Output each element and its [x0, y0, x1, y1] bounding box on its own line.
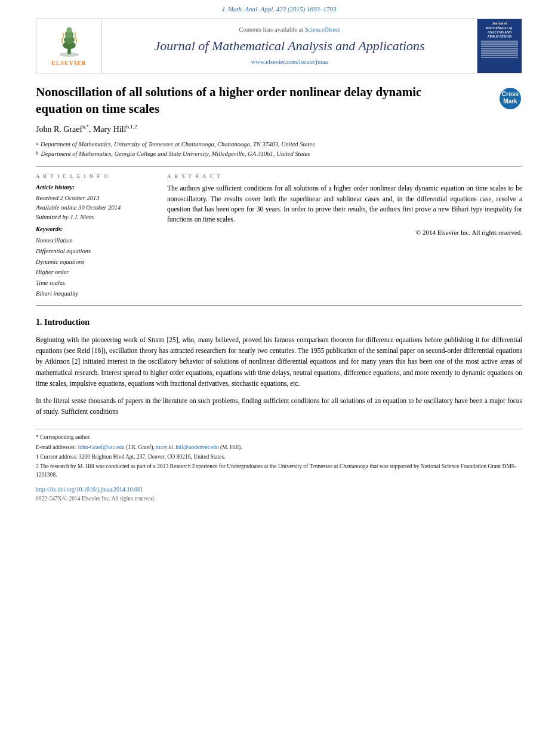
keyword-2: Differential equations: [36, 246, 155, 257]
cover-title: Journal ofMATHEMATICALANALYSIS ANDAPPLIC…: [486, 21, 514, 39]
keyword-5: Time scales: [36, 278, 155, 288]
issn-line: 0022-247X/© 2014 Elsevier Inc. All right…: [36, 495, 522, 503]
keyword-4: Higher order: [36, 267, 155, 278]
keywords-label: Keywords:: [36, 225, 155, 234]
elsevier-logo-area: ELSEVIER: [36, 19, 102, 73]
affil-line-b: b Department of Mathematics, Georgia Col…: [36, 149, 522, 159]
copyright-line: © 2014 Elsevier Inc. All rights reserved…: [167, 228, 522, 237]
email2-person: (M. Hill).: [220, 444, 242, 450]
journal-name: Journal of Mathematical Analysis and App…: [154, 37, 424, 56]
journal-title-area: Contents lists available at ScienceDirec…: [102, 19, 477, 73]
journal-reference: J. Math. Anal. Appl. 423 (2015) 1693–170…: [0, 0, 558, 16]
abstract-text: The authors give sufficient conditions f…: [167, 183, 522, 225]
main-content: Nonoscillation of all solutions of a hig…: [0, 73, 558, 509]
author2-name: , Mary Hill: [89, 125, 127, 134]
affiliations: a Department of Mathematics, University …: [36, 140, 522, 159]
email-line: E-mail addresses: John-Graef@utc.edu (J.…: [36, 443, 522, 451]
email-label: E-mail addresses:: [36, 444, 76, 450]
doi-area: http://dx.doi.org/10.1016/j.jmaa.2014.10…: [36, 485, 522, 503]
author2-super: b,1,2: [127, 124, 137, 130]
paper-title: Nonoscillation of all solutions of a hig…: [36, 84, 465, 117]
affil-b-super: b: [36, 149, 39, 159]
sciencedirect-link[interactable]: ScienceDirect: [305, 26, 340, 33]
article-history-label: Article history:: [36, 183, 155, 192]
affil-line-a: a Department of Mathematics, University …: [36, 140, 522, 149]
svg-text:Mark: Mark: [503, 98, 517, 105]
article-info-column: A R T I C L E I N F O Article history: R…: [36, 173, 155, 299]
email1-link[interactable]: John-Graef@utc.edu: [78, 444, 125, 450]
keyword-1: Nonoscillation: [36, 235, 155, 246]
doi-link[interactable]: http://dx.doi.org/10.1016/j.jmaa.2014.10…: [36, 485, 522, 494]
journal-header: ELSEVIER Contents lists available at Sci…: [36, 19, 522, 73]
footnote-area: * Corresponding author. E-mail addresses…: [36, 429, 522, 479]
authors-line: John R. Graefa,*, Mary Hillb,1,2: [36, 123, 522, 135]
keyword-3: Dynamic equations: [36, 257, 155, 268]
svg-point-5: [66, 27, 72, 33]
svg-text:Cross: Cross: [502, 91, 519, 97]
journal-url[interactable]: www.elsevier.com/locate/jmaa: [251, 58, 328, 67]
elsevier-tree-icon: [51, 24, 87, 57]
divider-2: [36, 305, 522, 306]
article-history-text: Received 2 October 2013 Available online…: [36, 193, 155, 222]
received-date: Received 2 October 2013: [36, 193, 155, 203]
article-info-label: A R T I C L E I N F O: [36, 173, 155, 180]
submitted-by: Submitted by J.J. Nieto: [36, 213, 155, 222]
intro-section-title: 1. Introduction: [36, 316, 522, 328]
info-abstract-columns: A R T I C L E I N F O Article history: R…: [36, 173, 522, 299]
title-area: Nonoscillation of all solutions of a hig…: [36, 84, 522, 123]
author1-super: a,*: [82, 124, 89, 130]
divider-1: [36, 166, 522, 167]
svg-point-1: [59, 53, 79, 57]
keyword-6: Bihari inequality: [36, 288, 155, 299]
available-date: Available online 30 October 2014: [36, 203, 155, 213]
contents-available-text: Contents lists available at ScienceDirec…: [239, 26, 340, 35]
affil-a-super: a: [36, 140, 38, 149]
abstract-column: A B S T R A C T The authors give suffici…: [167, 173, 522, 299]
author1-name: John R. Graef: [36, 125, 82, 134]
journal-cover-thumbnail: Journal ofMATHEMATICALANALYSIS ANDAPPLIC…: [477, 19, 522, 73]
affil-a-text: Department of Mathematics, University of…: [41, 140, 315, 149]
footnote-2: 2 The research by M. Hill was conducted …: [36, 462, 522, 480]
elsevier-brand-text: ELSEVIER: [51, 59, 87, 67]
footnote-1: 1 Current address: 3200 Brighton Blvd Ap…: [36, 453, 522, 461]
intro-paragraph-2: In the literal sense thousands of papers…: [36, 395, 522, 417]
introduction-section: 1. Introduction Beginning with the pione…: [36, 316, 522, 417]
keywords-list: Nonoscillation Differential equations Dy…: [36, 235, 155, 299]
intro-paragraph-1: Beginning with the pioneering work of St…: [36, 334, 522, 389]
affil-b-text: Department of Mathematics, Georgia Colle…: [41, 149, 310, 159]
abstract-label: A B S T R A C T: [167, 173, 522, 180]
corresponding-author-label: * Corresponding author.: [36, 433, 522, 441]
email2-link[interactable]: mary.k1.hill@uodenver.edu: [156, 444, 218, 450]
email1-person: (J.R. Graef),: [126, 444, 154, 450]
crossmark-icon: Cross Mark: [498, 87, 522, 110]
